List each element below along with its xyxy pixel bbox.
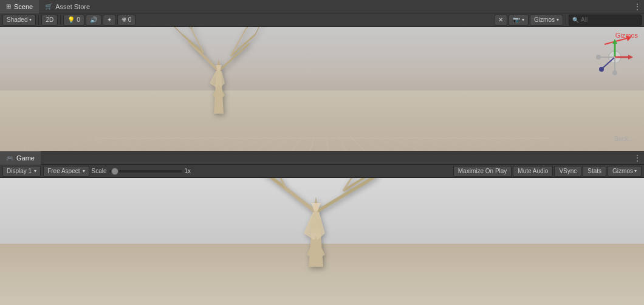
aspect-dropdown[interactable]: Free Aspect	[43, 166, 89, 177]
game-tab-bar: 🎮 Game ⋮	[0, 151, 644, 165]
svg-marker-18	[612, 39, 617, 44]
svg-line-30	[316, 178, 377, 212]
2d-label: 2D	[46, 16, 53, 23]
shading-label: Shaded	[7, 16, 27, 23]
scale-track[interactable]	[109, 170, 182, 173]
svg-marker-20	[628, 55, 633, 60]
toolbar-sep-1	[38, 15, 39, 25]
game-more-button[interactable]: ⋮	[631, 153, 644, 163]
game-tab-icon: 🎮	[6, 155, 13, 162]
svg-line-12	[255, 27, 261, 35]
light-icon: 💡	[67, 16, 75, 23]
back-label: Back...	[614, 135, 633, 142]
svg-line-29	[261, 178, 316, 212]
maximize-on-play-btn[interactable]: Maximize On Play	[453, 166, 512, 177]
scene-tab-icon: ⊞	[6, 3, 11, 10]
scale-label: Scale	[92, 168, 107, 174]
aspect-label: Free Aspect	[47, 168, 80, 174]
asset-store-tab-label: Asset Store	[55, 3, 90, 10]
light-toggle[interactable]: 💡 0	[63, 15, 84, 26]
game-tree-svg	[231, 178, 401, 267]
vsync-label: VSync	[559, 168, 577, 174]
stats-btn[interactable]: Stats	[583, 166, 606, 177]
tab-asset-store[interactable]: 🛒 Asset Store	[39, 0, 96, 13]
particle-toggle[interactable]: ❋ 0	[117, 15, 136, 26]
tree-scene-svg	[170, 27, 267, 114]
gizmo-svg	[595, 38, 635, 77]
game-tab-label: Game	[16, 154, 35, 162]
gizmos-chevron: ▾	[557, 17, 559, 22]
light-value: 0	[77, 16, 80, 23]
svg-line-3	[219, 44, 249, 71]
asset-store-tab-icon: 🛒	[45, 3, 52, 10]
tab-game[interactable]: 🎮 Game	[0, 151, 41, 165]
mute-label: Mute Audio	[518, 168, 548, 174]
toolbar-sep-2	[60, 15, 61, 25]
camera-icon: 📷	[513, 16, 520, 23]
scale-value: 1x	[185, 168, 191, 174]
scene-viewport: Gizmos Back.	[0, 27, 644, 151]
maximize-label: Maximize On Play	[458, 168, 507, 174]
shading-dropdown[interactable]: Shaded ▾	[2, 15, 36, 26]
camera-chevron: ▾	[522, 17, 524, 22]
game-tree	[231, 178, 401, 268]
scene-search[interactable]: 🔍 All	[569, 15, 642, 26]
stats-label: Stats	[587, 168, 601, 174]
scale-thumb[interactable]	[111, 168, 118, 175]
svg-line-10	[173, 27, 182, 35]
scene-tab-label: Scene	[14, 3, 33, 10]
fx-toggle[interactable]: ✦	[103, 15, 116, 26]
scene-tree	[170, 27, 267, 115]
particle-icon: ❋	[122, 16, 126, 23]
game-viewport	[0, 178, 644, 305]
game-gizmos-dropdown[interactable]: Gizmos ▾	[608, 166, 642, 177]
mute-audio-btn[interactable]: Mute Audio	[513, 166, 553, 177]
svg-line-31	[243, 178, 286, 188]
tab-more-button[interactable]: ⋮	[631, 2, 644, 12]
svg-line-11	[246, 27, 255, 29]
tab-scene[interactable]: ⊞ Scene	[0, 0, 39, 13]
display-dropdown[interactable]: Display 1	[2, 166, 41, 177]
tools-icon: ✕	[498, 16, 503, 23]
gizmo-overlay: Gizmos	[589, 32, 638, 80]
game-toolbar: Display 1 Free Aspect Scale 1x Maximize …	[0, 165, 644, 178]
vsync-btn[interactable]: VSync	[554, 166, 581, 177]
svg-line-7	[231, 29, 246, 56]
svg-point-22	[599, 67, 604, 72]
tools-btn[interactable]: ✕	[494, 15, 507, 26]
svg-line-6	[231, 35, 255, 56]
game-gizmos-chevron: ▾	[634, 168, 637, 174]
gizmos-dropdown[interactable]: Gizmos ▾	[530, 15, 563, 26]
svg-line-9	[191, 27, 197, 29]
svg-line-2	[188, 41, 219, 71]
top-tab-bar: ⊞ Scene 🛒 Asset Store ⋮	[0, 0, 644, 13]
particle-value: 0	[128, 16, 132, 23]
svg-line-8	[179, 27, 191, 29]
svg-line-4	[182, 35, 204, 53]
camera-dropdown[interactable]: 📷 ▾	[509, 15, 529, 26]
scene-toolbar: Shaded ▾ 2D 💡 0 🔊 ✦ ❋ 0 ✕ 📷 ▾ Gizmos ▾ 🔍…	[0, 13, 644, 27]
toolbar-sep-3	[566, 15, 566, 25]
svg-point-26	[596, 55, 601, 60]
svg-point-24	[612, 70, 617, 75]
display-label: Display 1	[7, 168, 32, 174]
shading-chevron: ▾	[29, 17, 32, 22]
audio-toggle[interactable]: 🔊	[86, 15, 101, 26]
game-right-buttons: Maximize On Play Mute Audio VSync Stats …	[453, 166, 642, 177]
search-placeholder: All	[581, 16, 587, 23]
search-icon: 🔍	[572, 17, 579, 23]
gizmos-label: Gizmos	[534, 16, 555, 23]
2d-toggle[interactable]: 2D	[41, 15, 58, 26]
game-gizmos-label: Gizmos	[612, 168, 633, 174]
svg-marker-43	[310, 209, 322, 233]
fx-icon: ✦	[107, 16, 112, 23]
gizmo-widget[interactable]	[595, 38, 635, 77]
scale-container: Scale 1x	[92, 168, 191, 174]
audio-icon: 🔊	[90, 16, 97, 23]
